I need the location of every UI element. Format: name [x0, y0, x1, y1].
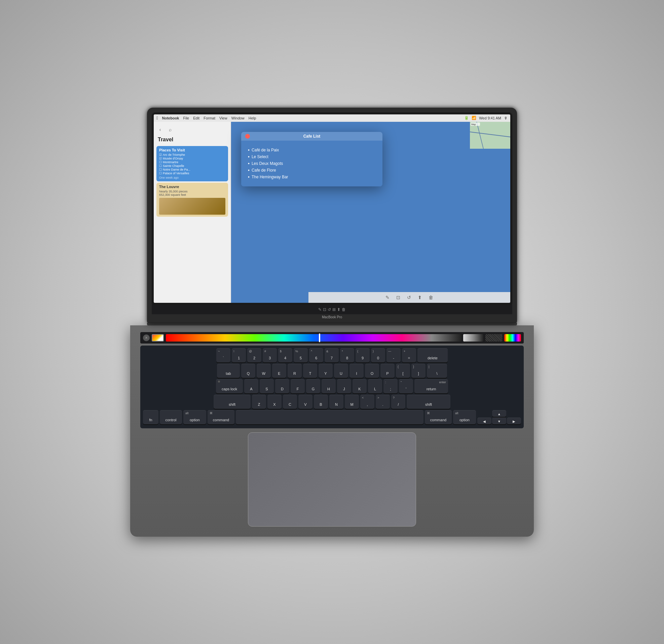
key-arrow-right[interactable]: ▶ — [507, 418, 521, 424]
keyboard: ~` !1 @2 #3 $4 %5 ^6 &7 *8 (9 )0 —- += d… — [140, 345, 524, 428]
key-7[interactable]: &7 — [325, 348, 339, 362]
tb-icon-export[interactable]: ⬆ — [337, 307, 340, 312]
key-bracket-close[interactable]: }] — [411, 364, 426, 378]
key-spacebar[interactable] — [236, 410, 423, 424]
checklist-icon[interactable]: ✎ — [386, 295, 390, 300]
key-bracket-open[interactable]: {[ — [396, 364, 410, 378]
key-9[interactable]: (9 — [356, 348, 370, 362]
touch-bar-color-swatch[interactable] — [152, 334, 164, 342]
trackpad[interactable] — [248, 432, 416, 527]
key-minus[interactable]: —- — [387, 348, 401, 362]
key-fn[interactable]: fn — [143, 410, 159, 424]
touch-bar-close-button[interactable]: × — [143, 335, 150, 341]
key-arrow-up[interactable]: ▲ — [492, 410, 506, 417]
key-slash[interactable]: ?/ — [391, 395, 405, 409]
key-backtick[interactable]: ~` — [216, 348, 230, 362]
key-return[interactable]: enter return — [414, 379, 448, 393]
key-n[interactable]: N — [329, 395, 344, 409]
touch-bar-strip[interactable]: × — [140, 332, 524, 344]
table-icon[interactable]: ⊡ — [396, 295, 400, 300]
key-6[interactable]: ^6 — [309, 348, 323, 362]
clock-display: Wed 9:41 AM — [479, 116, 501, 120]
back-button[interactable]: ‹ — [157, 126, 164, 133]
menu-help[interactable]: Help — [249, 116, 256, 120]
key-period[interactable]: >. — [376, 395, 390, 409]
key-equals[interactable]: += — [402, 348, 416, 362]
key-j[interactable]: J — [337, 379, 351, 393]
map-thumbnail: Map — [470, 122, 510, 149]
key-b[interactable]: B — [314, 395, 328, 409]
key-command-left[interactable]: ⌘ command — [208, 410, 234, 424]
key-c[interactable]: C — [283, 395, 297, 409]
key-comma[interactable]: <, — [360, 395, 374, 409]
key-i[interactable]: I — [350, 364, 364, 378]
key-d[interactable]: D — [275, 379, 289, 393]
key-quote[interactable]: "' — [399, 379, 413, 393]
key-s[interactable]: S — [260, 379, 274, 393]
key-l[interactable]: L — [368, 379, 382, 393]
tb-icon-pen[interactable]: ✎ — [318, 307, 321, 312]
key-k[interactable]: K — [353, 379, 367, 393]
key-caps-lock[interactable]: caps lock — [216, 379, 243, 393]
key-h[interactable]: H — [321, 379, 336, 393]
key-y[interactable]: Y — [318, 364, 333, 378]
key-r[interactable]: R — [288, 364, 302, 378]
key-row-2: tab Q W E R T Y U I O P {[ }] |\ — [143, 364, 521, 378]
key-control[interactable]: control — [160, 410, 182, 424]
key-u[interactable]: U — [334, 364, 348, 378]
key-p[interactable]: P — [380, 364, 395, 378]
sidebar-note-louvre[interactable]: The Louvre Nearly 35,000 pieces 652,300 … — [157, 183, 228, 217]
key-v[interactable]: V — [298, 395, 312, 409]
tb-icon-table[interactable]: ⊡ — [323, 307, 326, 312]
key-tab[interactable]: tab — [217, 364, 240, 378]
tb-icon-undo[interactable]: ↺ — [328, 307, 331, 312]
key-2[interactable]: @2 — [247, 348, 261, 362]
key-delete[interactable]: delete — [417, 348, 448, 362]
tb-icon-trash[interactable]: 🗑 — [342, 307, 346, 312]
key-semicolon[interactable]: :; — [383, 379, 398, 393]
delete-icon[interactable]: 🗑 — [429, 295, 433, 300]
search-button[interactable]: ⌕ — [166, 126, 174, 133]
touch-bar-spectrum[interactable] — [504, 334, 521, 342]
menu-view[interactable]: View — [219, 116, 227, 120]
key-z[interactable]: Z — [252, 395, 266, 409]
key-g[interactable]: G — [306, 379, 320, 393]
key-o[interactable]: O — [365, 364, 379, 378]
key-alt-left[interactable]: alt option — [183, 410, 206, 424]
key-f[interactable]: F — [291, 379, 305, 393]
key-0[interactable]: )0 — [371, 348, 385, 362]
key-8[interactable]: *8 — [340, 348, 354, 362]
key-arrow-down[interactable]: ▼ — [492, 418, 506, 424]
key-a[interactable]: A — [244, 379, 258, 393]
key-shift-right[interactable]: shift — [407, 395, 451, 409]
menu-edit[interactable]: Edit — [193, 116, 200, 120]
modal-close-button[interactable] — [245, 134, 250, 139]
key-t[interactable]: T — [303, 364, 317, 378]
menu-file[interactable]: File — [183, 116, 189, 120]
key-4[interactable]: $4 — [278, 348, 292, 362]
key-3[interactable]: #3 — [263, 348, 277, 362]
key-x[interactable]: X — [267, 395, 282, 409]
undo-icon[interactable]: ↺ — [407, 295, 411, 300]
menu-format[interactable]: Format — [204, 116, 215, 120]
key-q[interactable]: Q — [241, 364, 255, 378]
key-arrow-left[interactable]: ◀ — [477, 418, 492, 424]
key-e[interactable]: E — [272, 364, 286, 378]
key-backslash[interactable]: |\ — [427, 364, 447, 378]
key-shift-left[interactable]: shift — [213, 395, 251, 409]
touch-bar-gray-bar[interactable] — [463, 334, 483, 342]
key-1[interactable]: !1 — [232, 348, 246, 362]
tb-icon-copy[interactable]: ⊞ — [332, 307, 336, 312]
key-w[interactable]: W — [257, 364, 271, 378]
key-m[interactable]: M — [345, 395, 359, 409]
sidebar-note-places[interactable]: Places To Visit ☑ Arc de Triomphe ☑ Musé… — [157, 146, 228, 181]
key-5[interactable]: %5 — [294, 348, 308, 362]
siri-icon[interactable]: 🎙 — [504, 116, 507, 120]
touch-bar-color-bar[interactable] — [166, 334, 461, 342]
key-alt-right[interactable]: alt option — [453, 410, 476, 424]
touch-bar-pattern-bar[interactable] — [485, 334, 502, 342]
key-command-right[interactable]: ⌘ command — [425, 410, 452, 424]
menu-notebook[interactable]: Notebook — [162, 116, 179, 120]
menu-window[interactable]: Window — [231, 116, 245, 120]
share-icon[interactable]: ⬆ — [418, 295, 422, 300]
